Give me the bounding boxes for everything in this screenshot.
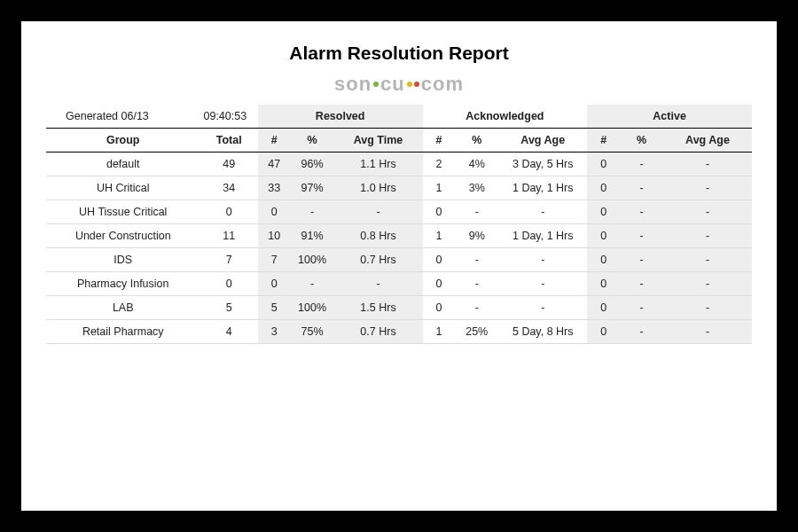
cell-ack-pct: 25%: [455, 320, 498, 344]
logo-text-left: son: [334, 73, 372, 96]
cell-res-n: 10: [258, 224, 291, 248]
cell-act-n: 0: [587, 224, 620, 248]
cell-res-time: 0.8 Hrs: [334, 224, 423, 248]
header-active-pct: %: [620, 129, 663, 153]
cell-act-n: 0: [587, 200, 620, 224]
cell-ack-age: -: [498, 248, 587, 272]
cell-act-n: 0: [587, 296, 620, 320]
cell-ack-n: 1: [423, 224, 456, 248]
table-row: Pharmacy Infusion00--0--0--: [46, 272, 752, 296]
cell-act-pct: -: [620, 224, 663, 248]
cell-res-pct: 97%: [291, 176, 334, 200]
cell-total: 5: [200, 296, 257, 320]
cell-ack-pct: 3%: [455, 176, 498, 200]
cell-ack-n: 0: [423, 200, 456, 224]
cell-ack-age: 5 Day, 8 Hrs: [498, 320, 587, 344]
cell-group: Pharmacy Infusion: [46, 272, 200, 296]
cell-act-n: 0: [587, 248, 620, 272]
header-resolved-avg-time: Avg Time: [334, 129, 423, 153]
table-row: Under Construction111091%0.8 Hrs19%1 Day…: [46, 224, 752, 248]
section-acknowledged: Acknowledged: [423, 105, 588, 129]
cell-ack-age: -: [498, 272, 587, 296]
cell-total: 0: [200, 272, 257, 296]
cell-ack-pct: -: [455, 248, 498, 272]
cell-res-pct: 96%: [291, 153, 334, 176]
cell-total: 7: [200, 248, 257, 272]
cell-res-time: -: [334, 200, 423, 224]
header-group: Group: [46, 129, 200, 153]
cell-act-pct: -: [620, 296, 663, 320]
cell-ack-pct: 4%: [455, 153, 498, 176]
generated-time: 09:40:53: [200, 105, 257, 129]
cell-res-time: -: [334, 272, 423, 296]
cell-ack-age: 1 Day, 1 Hrs: [498, 224, 587, 248]
cell-group: IDS: [46, 248, 200, 272]
logo-dot-red-icon: [414, 82, 419, 87]
cell-act-age: -: [663, 296, 752, 320]
generated-date-label: Generated 06/13: [46, 105, 200, 129]
cell-act-age: -: [663, 248, 752, 272]
cell-act-n: 0: [587, 272, 620, 296]
cell-act-pct: -: [620, 176, 663, 200]
header-resolved-pct: %: [291, 129, 334, 153]
cell-group: UH Critical: [46, 176, 200, 200]
header-active-count: #: [587, 129, 620, 153]
cell-res-pct: -: [291, 272, 334, 296]
cell-ack-pct: -: [455, 272, 498, 296]
cell-ack-pct: -: [455, 296, 498, 320]
cell-ack-age: -: [498, 200, 587, 224]
table-row: default494796%1.1 Hrs24%3 Day, 5 Hrs0--: [46, 153, 752, 176]
cell-act-n: 0: [587, 153, 620, 176]
cell-res-time: 0.7 Hrs: [334, 320, 423, 344]
cell-group: UH Tissue Critical: [46, 200, 200, 224]
cell-res-pct: 100%: [291, 296, 334, 320]
cell-group: Under Construction: [46, 224, 200, 248]
logo-text-mid: cu: [380, 73, 405, 96]
cell-res-time: 1.5 Hrs: [334, 296, 423, 320]
cell-res-pct: 100%: [291, 248, 334, 272]
header-ack-pct: %: [455, 129, 498, 153]
cell-ack-n: 2: [423, 153, 456, 176]
header-row: Group Total # % Avg Time # % Avg Age # %…: [46, 129, 752, 153]
cell-act-pct: -: [620, 153, 663, 176]
cell-act-age: -: [663, 272, 752, 296]
cell-total: 11: [200, 224, 257, 248]
header-ack-avg-age: Avg Age: [498, 129, 587, 153]
cell-act-pct: -: [620, 320, 663, 344]
cell-ack-age: 3 Day, 5 Hrs: [498, 153, 587, 176]
table-row: Retail Pharmacy4375%0.7 Hrs125%5 Day, 8 …: [46, 320, 752, 344]
cell-ack-n: 0: [423, 272, 456, 296]
cell-group: Retail Pharmacy: [46, 320, 200, 344]
cell-act-pct: -: [620, 248, 663, 272]
cell-res-n: 0: [258, 200, 291, 224]
cell-total: 0: [200, 200, 257, 224]
cell-ack-n: 0: [423, 296, 456, 320]
cell-total: 34: [200, 176, 257, 200]
cell-res-n: 47: [258, 153, 291, 176]
table-row: UH Critical343397%1.0 Hrs13%1 Day, 1 Hrs…: [46, 176, 752, 200]
cell-act-pct: -: [620, 272, 663, 296]
report-page: Alarm Resolution Report son cu com Gener…: [21, 21, 777, 511]
logo-dot-green-icon: [373, 82, 379, 87]
cell-res-pct: 75%: [291, 320, 334, 344]
cell-ack-n: 1: [423, 176, 456, 200]
brand-logo: son cu com: [46, 73, 752, 96]
section-resolved: Resolved: [258, 105, 423, 129]
cell-act-age: -: [663, 176, 752, 200]
cell-total: 4: [200, 320, 257, 344]
cell-res-time: 1.1 Hrs: [334, 153, 423, 176]
cell-res-n: 7: [258, 248, 291, 272]
cell-group: default: [46, 153, 200, 176]
table-row: LAB55100%1.5 Hrs0--0--: [46, 296, 752, 320]
cell-ack-n: 1: [423, 320, 456, 344]
header-ack-count: #: [423, 129, 456, 153]
cell-act-age: -: [663, 320, 752, 344]
section-active: Active: [587, 105, 752, 129]
cell-res-n: 0: [258, 272, 291, 296]
alarm-resolution-table: Generated 06/13 09:40:53 Resolved Acknow…: [46, 105, 752, 344]
logo-text-right: com: [421, 73, 464, 96]
table-row: IDS77100%0.7 Hrs0--0--: [46, 248, 752, 272]
cell-res-pct: -: [291, 200, 334, 224]
cell-act-n: 0: [587, 176, 620, 200]
cell-act-age: -: [663, 224, 752, 248]
